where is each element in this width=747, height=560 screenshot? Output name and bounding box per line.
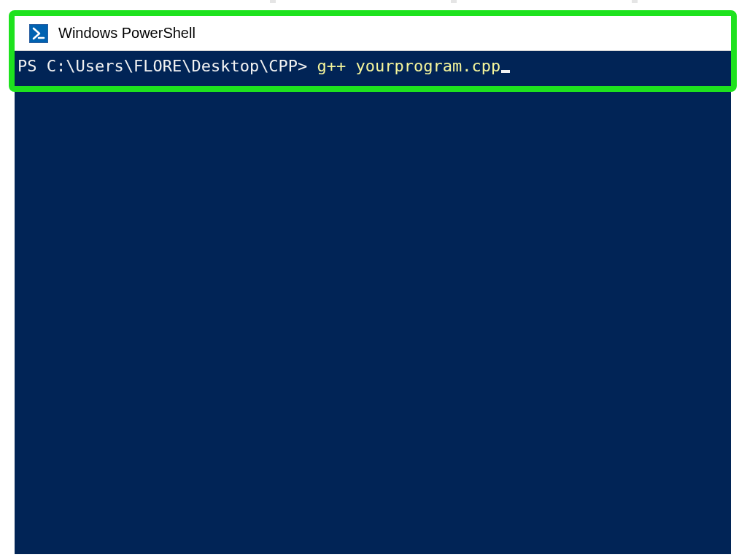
command-text: g++ yourprogram.cpp [317, 57, 501, 75]
prompt-line: PS C:\Users\FLORE\Desktop\CPP> g++ yourp… [18, 55, 725, 78]
powershell-icon [29, 24, 48, 43]
right-margin [731, 92, 747, 560]
window-titlebar[interactable]: Windows PowerShell [15, 16, 731, 51]
terminal-body[interactable]: PS C:\Users\FLORE\Desktop\CPP> g++ yourp… [15, 51, 731, 554]
text-cursor [501, 70, 510, 73]
window-title: Windows PowerShell [58, 25, 196, 42]
prompt-text: PS C:\Users\FLORE\Desktop\CPP> [18, 57, 317, 75]
top-divider-marks [0, 0, 747, 10]
